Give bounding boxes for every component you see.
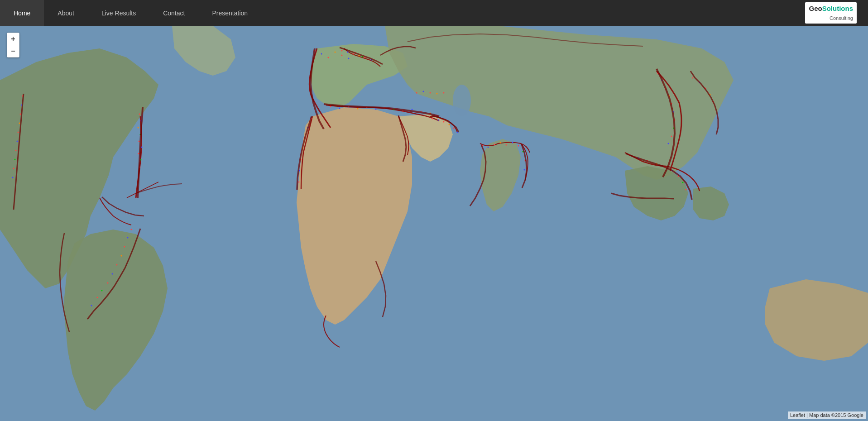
svg-point-97 — [14, 159, 16, 160]
world-map — [0, 26, 868, 421]
nav-item-home[interactable]: Home — [0, 0, 44, 26]
svg-point-70 — [443, 121, 445, 123]
svg-point-87 — [101, 290, 103, 292]
svg-point-89 — [91, 305, 92, 306]
svg-point-40 — [671, 136, 672, 137]
svg-point-72 — [453, 128, 455, 129]
svg-point-41 — [668, 143, 669, 144]
svg-point-4 — [138, 127, 139, 129]
logo-consulting: Consulting — [830, 15, 853, 21]
svg-point-109 — [443, 92, 445, 94]
svg-point-108 — [436, 93, 438, 95]
svg-point-50 — [686, 189, 687, 191]
nav-item-presentation[interactable]: Presentation — [198, 0, 261, 26]
svg-point-92 — [20, 114, 21, 115]
svg-point-99 — [12, 177, 14, 178]
nav-items: Home About Live Results Contact Presenta… — [0, 0, 805, 26]
svg-point-80 — [131, 229, 132, 230]
svg-point-69 — [438, 120, 439, 121]
svg-point-60 — [494, 144, 495, 145]
svg-point-2 — [139, 114, 140, 115]
svg-point-85 — [112, 273, 113, 275]
svg-point-68 — [432, 118, 433, 120]
svg-point-93 — [19, 123, 20, 124]
svg-point-1 — [453, 85, 471, 116]
svg-point-13 — [328, 57, 329, 58]
svg-point-61 — [500, 142, 501, 144]
svg-point-6 — [139, 141, 140, 142]
svg-point-22 — [357, 108, 359, 110]
svg-point-96 — [15, 150, 17, 151]
svg-point-16 — [348, 58, 350, 59]
zoom-out-button[interactable]: − — [7, 45, 19, 57]
svg-point-57 — [298, 182, 300, 183]
svg-point-7 — [141, 147, 143, 148]
nav-item-live-results[interactable]: Live Results — [88, 0, 149, 26]
svg-point-81 — [127, 237, 129, 239]
svg-point-24 — [375, 109, 377, 110]
svg-point-107 — [430, 92, 431, 94]
attribution-text: Leaflet | Map data ©2015 Google — [790, 412, 863, 418]
nav-item-contact[interactable]: Contact — [149, 0, 198, 26]
svg-point-64 — [518, 145, 519, 147]
svg-point-12 — [321, 53, 322, 55]
svg-point-98 — [13, 168, 14, 169]
svg-point-76 — [353, 53, 354, 55]
svg-point-100 — [692, 77, 694, 79]
svg-point-94 — [18, 132, 19, 133]
nav-logo[interactable]: GeoSolutions Consulting — [805, 2, 863, 23]
svg-point-75 — [347, 52, 349, 53]
svg-point-105 — [416, 92, 417, 94]
map-attribution: Leaflet | Map data ©2015 Google — [788, 411, 866, 419]
svg-point-88 — [97, 297, 98, 298]
zoom-in-button[interactable]: + — [7, 33, 19, 45]
svg-point-83 — [121, 255, 122, 257]
svg-point-74 — [341, 50, 343, 52]
svg-point-86 — [107, 282, 109, 284]
map-container[interactable]: + − Leaflet | Map data ©2015 Google — [0, 26, 868, 421]
svg-point-67 — [524, 169, 525, 171]
logo-geo: GeoSolutions — [809, 5, 853, 12]
svg-point-84 — [116, 264, 118, 266]
svg-point-15 — [341, 55, 343, 56]
svg-point-106 — [423, 91, 424, 92]
svg-point-14 — [335, 52, 336, 53]
svg-point-20 — [339, 108, 340, 109]
navbar: Home About Live Results Contact Presenta… — [0, 0, 868, 26]
svg-point-59 — [488, 147, 489, 148]
svg-point-62 — [506, 144, 507, 146]
zoom-controls: + − — [7, 33, 19, 57]
svg-point-71 — [449, 124, 450, 125]
svg-point-95 — [17, 141, 18, 142]
nav-item-about[interactable]: About — [44, 0, 88, 26]
svg-point-19 — [330, 106, 331, 107]
svg-point-63 — [512, 142, 513, 144]
svg-point-82 — [124, 246, 125, 248]
svg-point-49 — [682, 182, 684, 183]
svg-point-28 — [412, 109, 413, 110]
